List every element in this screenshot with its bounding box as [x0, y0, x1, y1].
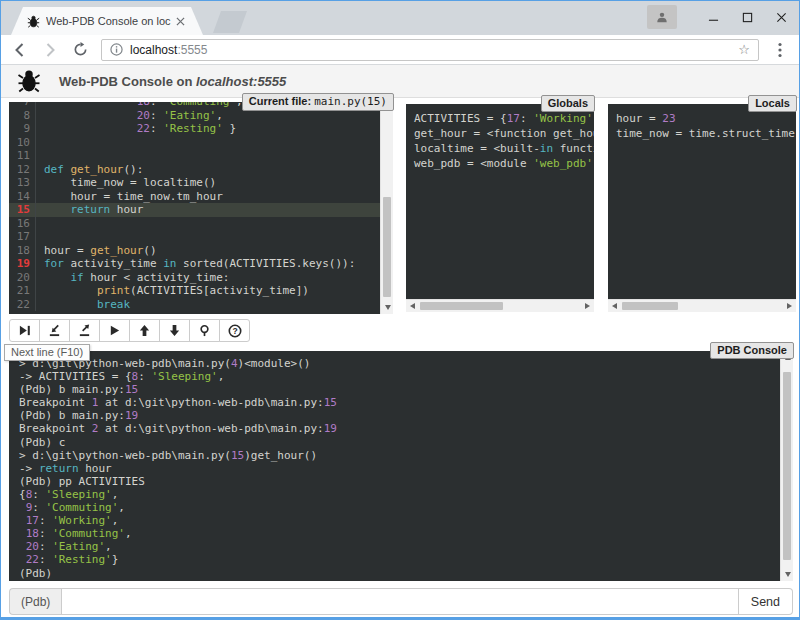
continue-button[interactable] [99, 319, 130, 342]
code-line: 22 break [9, 298, 380, 312]
close-button[interactable] [773, 10, 789, 24]
locals-line: time_now = time.struct_time(tm_yea [616, 126, 796, 141]
code-line: 11 [9, 149, 380, 163]
scrollbar-thumb[interactable] [420, 302, 503, 310]
console-line: Breakpoint 2 at d:\git\python-web-pdb\ma… [19, 422, 779, 435]
reload-icon[interactable] [71, 41, 89, 59]
locals-line: hour = 23 [616, 111, 796, 126]
code-line: 9 22: 'Resting' } [9, 122, 380, 136]
back-icon[interactable] [11, 41, 29, 59]
scroll-left-icon[interactable] [608, 300, 621, 312]
code-line: 14 hour = time_now.tm_hour [9, 190, 380, 204]
console-line: 18: 'Commuting', [19, 527, 779, 540]
scroll-left-icon[interactable] [406, 300, 419, 312]
stack-up-button[interactable] [129, 319, 160, 342]
inspect-pin-button[interactable] [189, 319, 220, 342]
bug-logo-icon [17, 69, 41, 93]
locals-view: hour = 23time_now = time.struct_time(tm_… [608, 104, 796, 299]
console-line: (Pdb) c [19, 436, 779, 449]
scroll-right-icon[interactable] [581, 300, 594, 312]
step-out-button[interactable] [69, 319, 100, 342]
profile-icon[interactable] [647, 5, 677, 29]
pdb-prompt-label: (Pdb) [9, 588, 61, 615]
tooltip: Next line (F10) [4, 344, 90, 361]
console-line: (Pdb) b main.py:19 [19, 409, 779, 422]
scrollbar-thumb[interactable] [622, 302, 678, 310]
scrollbar-thumb[interactable] [783, 372, 791, 561]
globals-label: Globals [541, 95, 595, 112]
url-text: localhost:5555 [130, 43, 207, 57]
console-line: 17: 'Working', [19, 514, 779, 527]
console-line: {8: 'Sleeping', [19, 488, 779, 501]
page-title: Web-PDB Console on localhost:5555 [59, 74, 286, 89]
tab-strip: Web-PDB Console on loc [1, 1, 799, 35]
console-line: 22: 'Resting'} [19, 553, 779, 566]
locals-horizontal-scrollbar[interactable] [608, 299, 796, 312]
console-line: 9: 'Commuting', [19, 501, 779, 514]
browser-toolbar: localhost:5555 ☆ [1, 35, 799, 65]
code-line: 19for activity_time in sorted(ACTIVITIES… [9, 257, 380, 271]
globals-line: ACTIVITIES = {17: 'Working', 18: ' [414, 111, 594, 126]
scrollbar-thumb[interactable] [383, 197, 391, 297]
scroll-down-icon[interactable] [781, 568, 794, 581]
current-file-panel: Current file: main.py(15) 7 18: 'Commuti… [9, 102, 393, 314]
app-header: Web-PDB Console on localhost:5555 [1, 65, 799, 98]
globals-line: get_hour = <function get_hour at 0 [414, 126, 594, 141]
bookmark-star-icon[interactable]: ☆ [738, 42, 750, 57]
console-vertical-scrollbar[interactable] [780, 351, 793, 581]
help-button[interactable]: ? [219, 319, 250, 342]
forward-icon[interactable] [41, 41, 59, 59]
globals-view: ACTIVITIES = {17: 'Working', 18: 'get_ho… [406, 104, 594, 299]
console-line: 20: 'Eating', [19, 540, 779, 553]
globals-panel: Globals ACTIVITIES = {17: 'Working', 18:… [406, 104, 594, 312]
code-line: 17 [9, 230, 380, 244]
browser-window: Web-PDB Console on loc [0, 0, 800, 620]
globals-horizontal-scrollbar[interactable] [406, 299, 594, 312]
command-input[interactable] [61, 588, 738, 615]
tab-title: Web-PDB Console on loc [46, 15, 173, 27]
code-line: 12def get_hour(): [9, 163, 380, 177]
send-button[interactable]: Send [739, 588, 793, 615]
code-line: 10 [9, 136, 380, 150]
console-line: -> return hour [19, 462, 779, 475]
pdb-console-panel: PDB Console > d:\git\python-web-pdb\main… [9, 351, 793, 581]
address-bar[interactable]: localhost:5555 ☆ [101, 39, 759, 61]
step-into-button[interactable] [39, 319, 70, 342]
command-input-bar: (Pdb) Send [9, 588, 793, 615]
console-line: (Pdb) pp ACTIVITIES [19, 475, 779, 488]
main-content: Current file: main.py(15) 7 18: 'Commuti… [1, 98, 799, 619]
console-line: -> ACTIVITIES = {8: 'Sleeping', [19, 370, 779, 383]
svg-text:?: ? [232, 326, 237, 336]
pdb-console-label: PDB Console [710, 342, 794, 359]
maximize-button[interactable] [739, 10, 755, 24]
current-file-label: Current file: main.py(15) [242, 93, 394, 111]
code-line: 15 return hour [9, 203, 380, 217]
tab-close-icon[interactable] [173, 14, 187, 28]
minimize-button[interactable] [705, 10, 721, 24]
code-line: 18hour = get_hour() [9, 244, 380, 258]
console-line: > d:\git\python-web-pdb\main.py(4)<modul… [19, 357, 779, 370]
browser-tab[interactable]: Web-PDB Console on loc [11, 7, 203, 35]
locals-panel: Locals hour = 23time_now = time.struct_t… [608, 104, 796, 312]
console-line: (Pdb) b main.py:15 [19, 383, 779, 396]
favicon-bug-icon [27, 15, 40, 28]
console-line: (Pdb) [19, 567, 779, 580]
code-line: 16 [9, 217, 380, 231]
code-vertical-scrollbar[interactable] [380, 102, 393, 314]
code-line: 20 if hour < activity_time: [9, 271, 380, 285]
console-output: > d:\git\python-web-pdb\main.py(4)<modul… [9, 351, 779, 581]
code-view: 7 18: 'Commuting',8 20: 'Eating',9 22: '… [9, 102, 380, 314]
stack-down-button[interactable] [159, 319, 190, 342]
code-line: 21 print(ACTIVITIES[activity_time]) [9, 284, 380, 298]
new-tab-button[interactable] [213, 11, 247, 33]
scroll-right-icon[interactable] [783, 300, 796, 312]
console-line: Breakpoint 1 at d:\git\python-web-pdb\ma… [19, 396, 779, 409]
scroll-down-icon[interactable] [381, 301, 394, 314]
locals-label: Locals [748, 95, 797, 112]
menu-icon[interactable] [771, 41, 789, 59]
globals-line: web_pdb = <module 'web_pdb' from ' [414, 156, 594, 171]
next-line-button[interactable] [9, 319, 40, 342]
code-line: 13 time_now = localtime() [9, 176, 380, 190]
info-icon[interactable] [110, 43, 123, 56]
console-line: > d:\git\python-web-pdb\main.py(15)get_h… [19, 449, 779, 462]
